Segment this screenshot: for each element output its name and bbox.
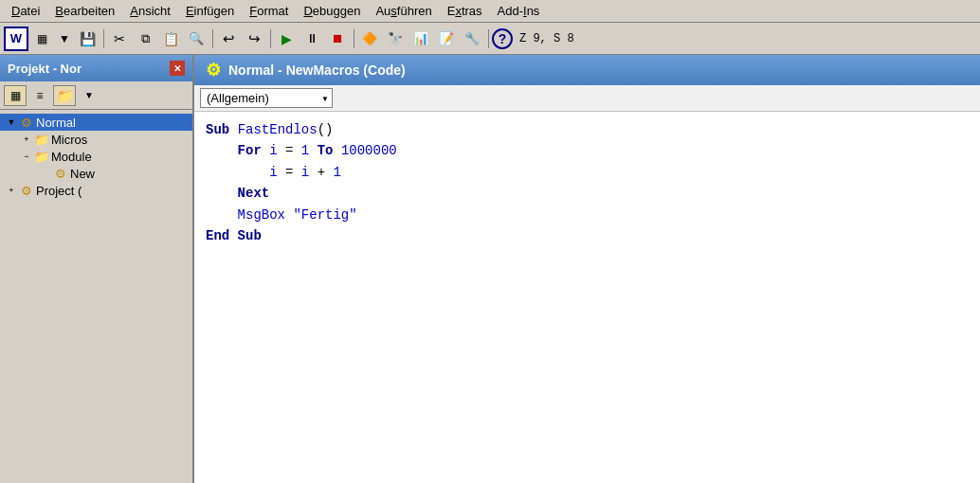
tree-item-microsoft[interactable]: + 📁 Micros <box>0 131 192 148</box>
proj-toggle-folders-btn[interactable]: 📁 <box>53 85 76 106</box>
watch-button[interactable]: 🔭 <box>383 27 408 51</box>
project-tree: ▼ ⚙ Normal + 📁 Micros − 📁 Module <box>0 110 192 483</box>
module-dropdown-wrapper: (Allgemein) <box>200 88 333 108</box>
cut-button[interactable]: ✂ <box>107 27 132 51</box>
menu-format[interactable]: Format <box>242 2 296 20</box>
tree-expander-module[interactable]: − <box>19 149 34 164</box>
view-object-button[interactable]: ▦ <box>29 27 54 51</box>
word-icon-button[interactable]: W <box>4 27 28 51</box>
redo-button[interactable]: ↪ <box>242 27 266 51</box>
breakpoint-button[interactable]: 🔶 <box>357 27 382 51</box>
menu-debuggen[interactable]: Debuggen <box>296 2 368 20</box>
normal-icon: ⚙ <box>19 115 34 130</box>
menu-ausfuehren[interactable]: Ausführen <box>368 2 439 20</box>
project-panel: Projekt - Nor ✕ ▦ ≡ 📁 ▼ ▼ ⚙ Normal + 📁 M… <box>0 55 194 483</box>
code-line-7: MsgBox "Fertig" <box>206 205 969 225</box>
save-button[interactable]: 💾 <box>75 27 100 51</box>
tree-label-newmacros: New <box>70 167 95 181</box>
project-toolbar: ▦ ≡ 📁 ▼ <box>0 81 192 110</box>
menu-datei[interactable]: Datei <box>4 2 47 20</box>
proj-dropdown-btn[interactable]: ▼ <box>78 85 100 106</box>
tree-item-newmacros[interactable]: ⚙ New <box>0 165 192 182</box>
module-dropdown[interactable]: (Allgemein) <box>200 88 333 108</box>
tree-label-module: Module <box>51 150 92 164</box>
project-panel-close-button[interactable]: ✕ <box>170 61 185 76</box>
menu-extras[interactable]: Extras <box>440 2 490 20</box>
newmacros-icon: ⚙ <box>53 166 68 181</box>
tree-expander-normal[interactable]: ▼ <box>4 115 19 130</box>
project-panel-header: Projekt - Nor ✕ <box>0 55 192 81</box>
copy-button[interactable]: ⧉ <box>133 27 157 51</box>
separator-5 <box>485 27 491 51</box>
tree-expander-microsoft[interactable]: + <box>19 132 34 147</box>
editor-title: Normal - NewMacros (Code) <box>228 63 406 78</box>
immediate-button[interactable]: 📝 <box>434 27 459 51</box>
menu-bar: Datei Bearbeiten Ansicht Einfügen Format… <box>0 0 980 23</box>
menu-ansicht[interactable]: Ansicht <box>122 2 178 20</box>
code-line-4: i = i + 1 <box>206 162 969 183</box>
code-area[interactable]: Sub FastEndlos() For i = 1 To 1000000 i … <box>194 112 980 483</box>
tree-label-microsoft: Micros <box>51 133 87 147</box>
editor-dropdowns: (Allgemein) <box>194 85 980 112</box>
pause-button[interactable]: ⏸ <box>299 27 324 51</box>
toolbar: W ▦ ▼ 💾 ✂ ⧉ 📋 🔍 ↩ ↪ ▶ ⏸ ⏹ 🔶 🔭 📊 📝 🔧 ? Z … <box>0 23 980 55</box>
editor-title-icon: ⚙ <box>206 60 221 80</box>
view-dropdown-button[interactable]: ▼ <box>55 27 74 51</box>
tree-expander-newmacros <box>38 166 53 181</box>
project-icon: ⚙ <box>19 183 34 198</box>
separator-1 <box>100 27 106 51</box>
separator-4 <box>351 27 356 51</box>
code-line-9: End Sub <box>206 225 969 246</box>
code-line-5: Next <box>206 183 969 204</box>
help-button[interactable]: ? <box>492 28 513 49</box>
tree-label-normal: Normal <box>36 116 76 130</box>
project-panel-title: Projekt - Nor <box>8 62 82 76</box>
code-editor: ⚙ Normal - NewMacros (Code) (Allgemein) … <box>194 55 980 483</box>
tree-item-normal[interactable]: ▼ ⚙ Normal <box>0 114 192 131</box>
code-line-3: For i = 1 To 1000000 <box>206 140 969 161</box>
editor-title-bar: ⚙ Normal - NewMacros (Code) <box>194 55 980 85</box>
tree-label-project: Project ( <box>36 184 82 198</box>
stop-button[interactable]: ⏹ <box>325 27 350 51</box>
tree-expander-project[interactable]: + <box>4 183 19 198</box>
tree-item-module[interactable]: − 📁 Module <box>0 148 192 165</box>
menu-bearbeiten[interactable]: Bearbeiten <box>47 2 122 20</box>
module-folder-icon: 📁 <box>34 149 49 164</box>
proj-view-code-btn[interactable]: ≡ <box>28 85 51 106</box>
menu-addins[interactable]: Add-Ins <box>490 2 548 20</box>
undo-button[interactable]: ↩ <box>216 27 241 51</box>
find-button[interactable]: 🔍 <box>184 27 209 51</box>
paste-button[interactable]: 📋 <box>158 27 183 51</box>
tree-item-project[interactable]: + ⚙ Project ( <box>0 182 192 199</box>
wrench-button[interactable]: 🔧 <box>460 27 484 51</box>
position-indicator: Z 9, S 8 <box>514 32 580 45</box>
microsoft-folder-icon: 📁 <box>34 132 49 147</box>
separator-3 <box>267 27 273 51</box>
code-line-1: Sub FastEndlos() <box>206 119 969 140</box>
proj-view-object-btn[interactable]: ▦ <box>4 85 27 106</box>
menu-einfuegen[interactable]: Einfügen <box>178 2 242 20</box>
main-area: Projekt - Nor ✕ ▦ ≡ 📁 ▼ ▼ ⚙ Normal + 📁 M… <box>0 55 980 483</box>
run-button[interactable]: ▶ <box>274 27 299 51</box>
locals-button[interactable]: 📊 <box>408 27 433 51</box>
separator-2 <box>209 27 215 51</box>
